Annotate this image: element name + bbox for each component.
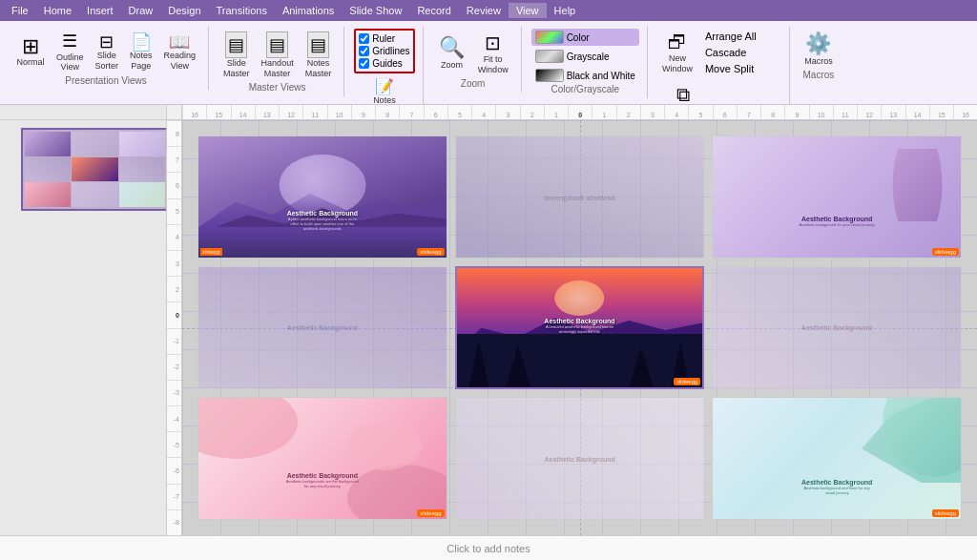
btn-move-split[interactable]: Move Split xyxy=(701,61,760,76)
ruler-checkbox[interactable] xyxy=(359,33,369,44)
notes-area[interactable]: Click to add notes xyxy=(0,535,977,560)
menu-file[interactable]: File xyxy=(4,3,36,18)
group-presentation-views: ⊞ Normal ☰ OutlineView ⊟ SlideSorter 📄 N… xyxy=(4,27,209,90)
btn-notes-page[interactable]: 📄 NotesPage xyxy=(125,31,157,74)
gridlines-label: Gridlines xyxy=(372,46,409,56)
slide5-title: Aesthetic Background xyxy=(541,318,617,324)
slide-1-thumb[interactable] xyxy=(21,128,167,211)
slide-item-1[interactable]: Aesthetic Background A plain aesthetic b… xyxy=(197,135,447,259)
btn-slide-sorter[interactable]: ⊟ SlideSorter xyxy=(91,31,124,74)
menu-home[interactable]: Home xyxy=(36,3,79,18)
btn-normal[interactable]: ⊞ Normal xyxy=(11,33,50,71)
zoom-label-group: Zoom xyxy=(461,78,486,91)
grayscale-label: Grayscale xyxy=(567,52,610,62)
btn-slide-master[interactable]: ▤ SlideMaster xyxy=(218,29,255,82)
btn-arrange-all[interactable]: Arrange All xyxy=(701,29,760,44)
menu-insert[interactable]: Insert xyxy=(79,3,121,18)
menu-draw[interactable]: Draw xyxy=(121,3,161,18)
slide5-badge: slideegg xyxy=(674,378,700,385)
slide-item-6[interactable]: Aesthetic Background xyxy=(712,266,962,389)
gridlines-checkbox[interactable] xyxy=(359,46,369,56)
btn-fit-window[interactable]: ⊡ Fit toWindow xyxy=(473,29,513,78)
slide2-title: Aesthetic Background xyxy=(544,194,614,200)
btn-reading-view[interactable]: 📖 ReadingView xyxy=(159,31,201,74)
menu-help[interactable]: Help xyxy=(547,3,584,18)
slide-master-label: SlideMaster xyxy=(223,58,250,79)
group-master-views: ▤ SlideMaster ▤ HandoutMaster ▤ NotesMas… xyxy=(211,27,344,96)
show-checkboxes-border: Ruler Gridlines Guides xyxy=(354,29,414,73)
notes-master-icon: ▤ xyxy=(307,31,329,58)
master-views-label: Master Views xyxy=(249,82,306,94)
color-grayscale-label: Color/Grayscale xyxy=(551,84,619,96)
canvas-area: Aesthetic Background A plain aesthetic b… xyxy=(182,120,977,535)
btn-outline-view[interactable]: ☰ OutlineView xyxy=(52,29,89,75)
btn-zoom[interactable]: 🔍 Zoom xyxy=(433,32,471,73)
slide3-title: Aesthetic Background xyxy=(800,216,875,222)
slide4-title: Aesthetic Background xyxy=(287,324,358,331)
ruler-top-row: 16 15 14 13 12 11 10 9 8 7 6 5 4 3 2 1 0… xyxy=(0,105,977,120)
slide3-subtitle: Aesthetic background for your visual jou… xyxy=(800,222,875,227)
slide-sorter-icon: ⊟ xyxy=(99,33,114,51)
slide-item-4[interactable]: Aesthetic Background xyxy=(197,266,447,389)
zoom-label: Zoom xyxy=(441,60,463,71)
btn-notes-master[interactable]: ▤ NotesMaster xyxy=(301,29,337,82)
btn-handout-master[interactable]: ▤ HandoutMaster xyxy=(257,29,299,82)
notes-master-label: NotesMaster xyxy=(305,58,332,79)
menu-review[interactable]: Review xyxy=(459,3,509,18)
slide-item-7[interactable]: Aesthetic Background Aesthetic backgroun… xyxy=(197,397,447,520)
new-window-label: NewWindow xyxy=(662,53,693,74)
ruler-checkbox-item[interactable]: Ruler xyxy=(359,33,409,44)
show-checkboxes: Ruler Gridlines Guides xyxy=(359,33,409,69)
bw-option[interactable]: Black and White xyxy=(531,67,639,84)
macros-icon: ⚙️ xyxy=(805,31,831,56)
horizontal-ruler: 16 15 14 13 12 11 10 9 8 7 6 5 4 3 2 1 0… xyxy=(182,105,977,120)
presentation-views-label: Presentation Views xyxy=(65,75,146,88)
menu-transitions[interactable]: Transitions xyxy=(209,3,275,18)
group-zoom: 🔍 Zoom ⊡ Fit toWindow Zoom xyxy=(426,27,522,93)
vr-content: 8 7 6 5 4 3 2 0 -1 -2 -3 -4 -5 -6 -7 -8 xyxy=(167,120,181,535)
normal-icon: ⊞ xyxy=(22,36,39,57)
btn-cascade[interactable]: Cascade xyxy=(701,45,760,60)
btn-macros[interactable]: ⚙️ Macros xyxy=(800,29,838,70)
reading-label: ReadingView xyxy=(164,51,197,72)
menu-design[interactable]: Design xyxy=(160,3,208,18)
ribbon: ⊞ Normal ☰ OutlineView ⊟ SlideSorter 📄 N… xyxy=(0,21,977,105)
zoom-icon: 🔍 xyxy=(439,35,465,60)
slide9-badge: slideegg xyxy=(932,509,959,517)
menu-record[interactable]: Record xyxy=(409,3,458,18)
macros-label-group: Macros xyxy=(803,70,835,82)
slide-item-5[interactable]: Aesthetic Background A beautiful aesthet… xyxy=(455,266,705,389)
slide1-badge2: slideegg xyxy=(200,248,222,256)
slide-item-9[interactable]: Aesthetic Background Aesthetic backgroun… xyxy=(712,397,962,520)
slide-1-container[interactable]: 1 xyxy=(4,128,162,211)
slide1-badge: slideegg xyxy=(417,248,444,256)
gridlines-checkbox-item[interactable]: Gridlines xyxy=(359,46,409,56)
guides-checkbox[interactable] xyxy=(359,58,369,69)
color-option[interactable]: Color xyxy=(531,29,639,46)
guides-checkbox-item[interactable]: Guides xyxy=(359,58,409,69)
menu-bar: File Home Insert Draw Design Transitions… xyxy=(0,0,977,21)
color-options: Color Grayscale Black and White xyxy=(531,29,639,84)
color-label: Color xyxy=(567,32,590,43)
slide-item-2[interactable]: Aesthetic Background xyxy=(455,135,705,259)
btn-notes-show[interactable]: 📝 Notes xyxy=(367,75,402,108)
handout-master-icon: ▤ xyxy=(266,31,288,58)
slide8-title: Aesthetic Background xyxy=(544,455,614,462)
outline-icon: ☰ xyxy=(62,31,77,52)
slide9-subtitle: Aesthetic background and have for any vi… xyxy=(799,486,875,495)
btn-new-window[interactable]: 🗗 NewWindow xyxy=(657,29,697,77)
slide-item-3[interactable]: Aesthetic Background Aesthetic backgroun… xyxy=(712,135,962,259)
menu-view[interactable]: View xyxy=(509,3,547,18)
macros-label: Macros xyxy=(804,56,833,67)
slide-sorter-label: SlideSorter xyxy=(95,51,119,72)
slide-item-8[interactable]: Aesthetic Background xyxy=(455,397,705,520)
slide-master-icon: ▤ xyxy=(225,31,247,58)
slide1-subtitle: A plain aesthetic background has a more … xyxy=(284,217,361,231)
arrange-all-label: Arrange All xyxy=(705,31,757,42)
outline-label: OutlineView xyxy=(56,52,84,73)
menu-animations[interactable]: Animations xyxy=(275,3,342,18)
grayscale-option[interactable]: Grayscale xyxy=(531,48,639,65)
bw-swatch xyxy=(535,69,564,82)
handout-master-label: HandoutMaster xyxy=(261,58,294,79)
menu-slideshow[interactable]: Slide Show xyxy=(342,3,409,18)
